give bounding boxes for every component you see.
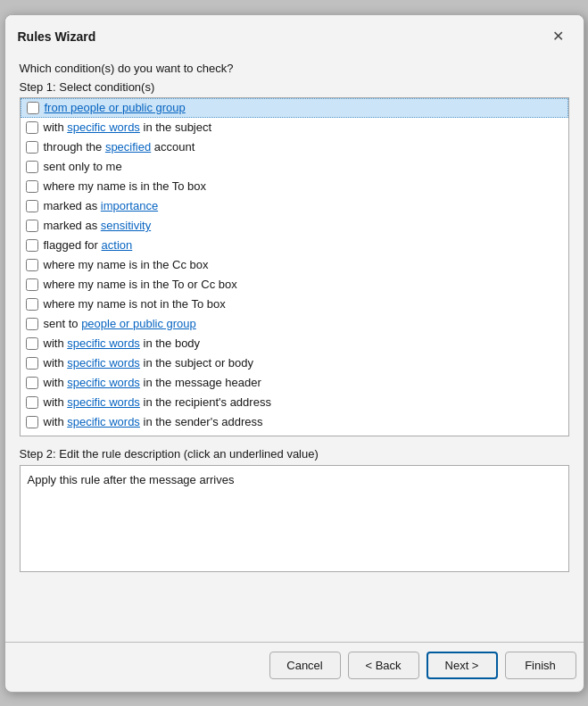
condition-item-7[interactable]: flagged for action	[21, 236, 568, 255]
condition-link[interactable]: specific words	[67, 415, 140, 428]
condition-item-4[interactable]: where my name is in the To box	[21, 177, 568, 196]
condition-item-2[interactable]: through the specified account	[21, 137, 568, 157]
condition-checkbox-3[interactable]	[26, 161, 38, 173]
condition-item-11[interactable]: sent to people or public group	[21, 314, 568, 334]
condition-link[interactable]: specific words	[67, 336, 140, 350]
condition-checkbox-1[interactable]	[26, 121, 38, 134]
condition-text-10: where my name is not in the To box	[44, 297, 226, 311]
condition-text-5: marked as importance	[44, 199, 159, 212]
condition-text-4: where my name is in the To box	[44, 179, 207, 193]
condition-text-7: flagged for action	[44, 238, 133, 252]
condition-item-14[interactable]: with specific words in the message heade…	[21, 373, 568, 393]
condition-link[interactable]: specified	[105, 140, 151, 154]
condition-checkbox-17[interactable]	[26, 436, 38, 436]
condition-checkbox-13[interactable]	[26, 357, 38, 370]
condition-item-1[interactable]: with specific words in the subject	[21, 118, 568, 137]
condition-link[interactable]: from people or public group	[45, 101, 186, 114]
condition-text-0: from people or public group	[45, 101, 186, 114]
back-button[interactable]: < Back	[348, 652, 419, 679]
condition-item-15[interactable]: with specific words in the recipient's a…	[21, 393, 568, 412]
condition-checkbox-8[interactable]	[26, 259, 38, 271]
condition-text-12: with specific words in the body	[44, 336, 201, 350]
condition-checkbox-5[interactable]	[26, 200, 38, 212]
condition-text-11: sent to people or public group	[44, 317, 196, 330]
condition-link[interactable]: specific words	[67, 356, 140, 370]
condition-checkbox-9[interactable]	[26, 278, 38, 291]
condition-item-8[interactable]: where my name is in the Cc box	[21, 255, 568, 275]
condition-item-10[interactable]: where my name is not in the To box	[21, 295, 568, 314]
condition-item-12[interactable]: with specific words in the body	[21, 334, 568, 353]
condition-link[interactable]: specific words	[67, 120, 140, 134]
condition-checkbox-2[interactable]	[26, 141, 38, 154]
conditions-list: from people or public groupwith specific…	[20, 97, 569, 436]
condition-item-13[interactable]: with specific words in the subject or bo…	[21, 353, 568, 373]
condition-item-6[interactable]: marked as sensitivity	[21, 216, 568, 236]
close-button[interactable]: ✕	[546, 24, 571, 49]
button-row: Cancel < Back Next > Finish	[5, 652, 584, 692]
condition-text-3: sent only to me	[44, 160, 122, 173]
condition-item-5[interactable]: marked as importance	[21, 196, 568, 216]
rule-description-box: Apply this rule after the message arrive…	[20, 465, 569, 572]
condition-link[interactable]: sensitivity	[101, 219, 151, 232]
condition-checkbox-4[interactable]	[26, 180, 38, 193]
condition-link[interactable]: category	[106, 435, 151, 436]
condition-link[interactable]: action	[102, 238, 133, 252]
condition-checkbox-11[interactable]	[26, 318, 38, 330]
rules-wizard-dialog: Rules Wizard ✕ Which condition(s) do you…	[4, 14, 584, 693]
condition-text-14: with specific words in the message heade…	[44, 376, 261, 389]
condition-item-16[interactable]: with specific words in the sender's addr…	[21, 412, 568, 432]
condition-checkbox-14[interactable]	[26, 377, 38, 389]
condition-text-17: assigned to category category	[44, 435, 198, 436]
condition-text-2: through the specified account	[44, 140, 195, 154]
condition-checkbox-6[interactable]	[26, 220, 38, 232]
condition-link[interactable]: specific words	[67, 376, 140, 389]
step2-label: Step 2: Edit the rule description (click…	[20, 447, 569, 461]
step1-label: Step 1: Select condition(s)	[20, 80, 569, 94]
question-text: Which condition(s) do you want to check?	[20, 62, 569, 75]
condition-checkbox-7[interactable]	[26, 239, 38, 252]
condition-item-3[interactable]: sent only to me	[21, 157, 568, 177]
condition-link[interactable]: people or public group	[81, 317, 196, 330]
condition-text-9: where my name is in the To or Cc box	[44, 278, 237, 291]
condition-checkbox-10[interactable]	[26, 298, 38, 311]
cancel-button[interactable]: Cancel	[269, 652, 341, 679]
condition-text-1: with specific words in the subject	[44, 120, 212, 134]
condition-checkbox-0[interactable]	[27, 102, 39, 114]
condition-text-6: marked as sensitivity	[44, 219, 152, 232]
condition-link[interactable]: specific words	[67, 395, 140, 409]
button-row-divider	[5, 642, 584, 643]
condition-text-13: with specific words in the subject or bo…	[44, 356, 254, 370]
condition-text-8: where my name is in the Cc box	[44, 258, 209, 271]
next-button[interactable]: Next >	[427, 652, 498, 679]
condition-item-9[interactable]: where my name is in the To or Cc box	[21, 275, 568, 295]
condition-checkbox-12[interactable]	[26, 337, 38, 350]
condition-item-17[interactable]: assigned to category category	[21, 432, 568, 436]
condition-checkbox-15[interactable]	[26, 396, 38, 409]
condition-link[interactable]: importance	[101, 199, 158, 212]
dialog-title: Rules Wizard	[18, 29, 96, 44]
dialog-body: Which condition(s) do you want to check?…	[5, 54, 584, 642]
condition-checkbox-16[interactable]	[26, 416, 38, 428]
finish-button[interactable]: Finish	[505, 652, 576, 679]
title-bar: Rules Wizard ✕	[5, 15, 584, 54]
condition-text-16: with specific words in the sender's addr…	[44, 415, 263, 428]
condition-item-0[interactable]: from people or public group	[21, 98, 568, 118]
condition-text-15: with specific words in the recipient's a…	[44, 395, 271, 409]
